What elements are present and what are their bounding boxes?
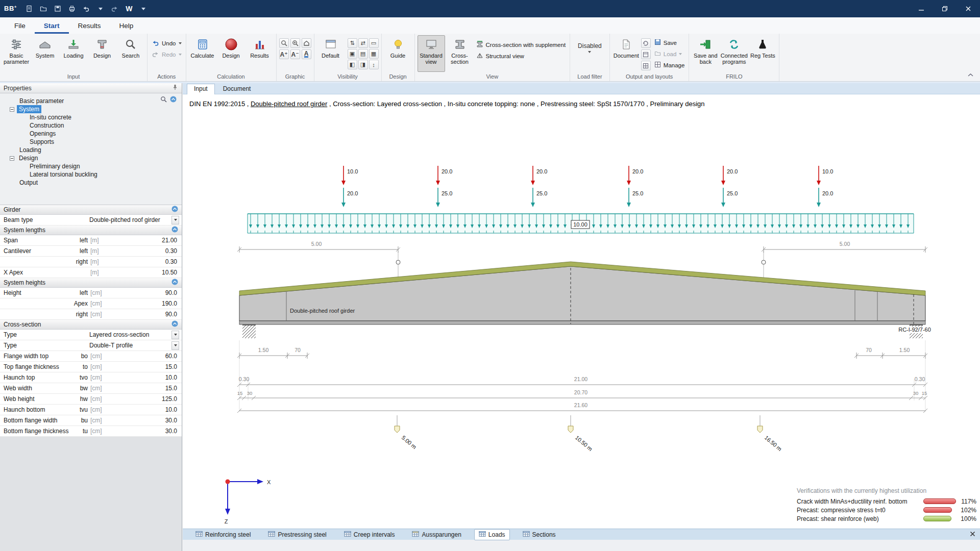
font-decrease-button[interactable]: A⁻: [290, 49, 300, 59]
value-field[interactable]: 0.30: [112, 247, 179, 255]
results-button[interactable]: Results: [246, 35, 274, 72]
load-filter-dropdown[interactable]: Disabled: [573, 35, 607, 53]
zoom-button[interactable]: [279, 38, 289, 48]
visibility-toggle-icon[interactable]: ▦: [369, 49, 379, 59]
reg-tests-button[interactable]: Reg Tests: [749, 35, 776, 72]
value-field[interactable]: 125.0: [112, 395, 179, 403]
value-field[interactable]: 60.0: [112, 353, 179, 360]
tree-item-in-situ-concrete[interactable]: In-situ concrete: [4, 113, 182, 121]
value-field[interactable]: 30.0: [112, 428, 179, 435]
dropdown-icon[interactable]: [172, 341, 179, 350]
tree-item-output[interactable]: Output: [4, 179, 182, 187]
system-button[interactable]: System: [31, 35, 59, 72]
tree-expander-icon[interactable]: [10, 156, 14, 161]
value-field[interactable]: 15.0: [112, 363, 179, 370]
tree-item-loading[interactable]: Loading: [4, 146, 182, 154]
document-button[interactable]: Document: [612, 35, 640, 72]
zoom-window-button[interactable]: [290, 38, 300, 48]
save-file-icon[interactable]: [51, 2, 64, 15]
word-export-icon[interactable]: W: [122, 2, 136, 15]
font-color-button[interactable]: A: [302, 49, 311, 59]
pin-icon[interactable]: [172, 84, 178, 92]
undo-dropdown-icon[interactable]: [179, 42, 182, 44]
basic-parameter-button[interactable]: Basic parameter: [3, 35, 30, 72]
value-field[interactable]: 10.0: [112, 374, 179, 381]
close-button[interactable]: [957, 0, 980, 17]
menu-tab-start[interactable]: Start: [35, 17, 69, 34]
value-field[interactable]: 10.0: [112, 406, 179, 413]
zoom-fit-home-button[interactable]: [302, 38, 311, 48]
beam-type-select[interactable]: Double-pitched roof girder: [89, 216, 172, 223]
guide-button[interactable]: Guide: [384, 35, 412, 72]
load-layout-button[interactable]: Load: [653, 49, 684, 59]
tree-item-basic-parameter[interactable]: Basic parameter: [4, 97, 182, 105]
save-and-back-button[interactable]: Save and back: [692, 35, 719, 72]
standard-view-button[interactable]: Standard view: [418, 35, 445, 72]
print-icon[interactable]: [65, 2, 79, 15]
tab-prestressing-steel[interactable]: Prestressing steel: [263, 529, 331, 540]
collapse-section-icon[interactable]: [172, 206, 178, 214]
value-field[interactable]: 21.00: [112, 237, 179, 244]
dropdown-icon[interactable]: [172, 331, 179, 339]
open-file-icon[interactable]: [37, 2, 50, 15]
collapse-section-icon[interactable]: [172, 226, 178, 234]
tree-item-lateral-torsional-buckling[interactable]: Lateral torsional buckling: [4, 170, 182, 179]
undo-button[interactable]: Undo: [150, 38, 183, 48]
tab-loads[interactable]: Loads: [474, 529, 510, 540]
value-field[interactable]: 15.0: [112, 385, 179, 392]
girder-shape[interactable]: Double-pitched roof girder: [239, 262, 925, 324]
toolbar-options-icon[interactable]: [137, 2, 150, 15]
quick-redo-icon[interactable]: [108, 2, 121, 15]
visibility-toggle-icon[interactable]: ⇄: [358, 38, 368, 48]
tab-reinforcing-steel[interactable]: Reinforcing steel: [191, 529, 255, 540]
value-field[interactable]: 90.0: [112, 289, 179, 296]
section-header-girder[interactable]: Girder: [0, 205, 182, 215]
visibility-toggle-icon[interactable]: ↕: [369, 60, 379, 69]
cross-section-supplement-button[interactable]: Cross-section with supplement: [475, 40, 568, 49]
ribbon-collapse-button[interactable]: [966, 71, 975, 79]
design-input-button[interactable]: Design: [88, 35, 116, 72]
tree-item-system[interactable]: System: [4, 105, 182, 113]
layout-grid-icon[interactable]: [641, 61, 651, 70]
tree-collapse-icon[interactable]: [170, 96, 177, 104]
value-field[interactable]: 10.50: [112, 269, 179, 276]
calculate-button[interactable]: Calculate: [189, 35, 216, 72]
section-header-system-heights[interactable]: System heights: [0, 278, 182, 288]
tab-creep-intervals[interactable]: Creep intervals: [339, 529, 400, 540]
value-field[interactable]: 190.0: [112, 300, 179, 307]
visibility-toggle-icon[interactable]: ▤: [358, 49, 368, 59]
collapse-section-icon[interactable]: [172, 320, 178, 329]
restore-button[interactable]: [933, 0, 957, 17]
tab-document[interactable]: Document: [216, 84, 258, 94]
profile-type-select[interactable]: Double-T profile: [89, 342, 172, 349]
manage-layouts-button[interactable]: Manage: [653, 60, 687, 70]
value-field[interactable]: 0.30: [112, 258, 179, 265]
connected-programs-button[interactable]: Connected programs: [720, 35, 748, 72]
section-flags[interactable]: 5.00 m 10.50 m 16.50 m: [395, 415, 783, 452]
tree-item-supports[interactable]: Supports: [4, 138, 182, 146]
visibility-toggle-icon[interactable]: ▭: [369, 38, 379, 48]
visibility-toggle-icon[interactable]: ◨: [358, 60, 368, 69]
dropdown-icon[interactable]: [172, 216, 179, 224]
tab-sections[interactable]: Sections: [518, 529, 560, 540]
default-visibility-button[interactable]: Default: [317, 35, 345, 72]
visibility-toggle-icon[interactable]: ◧: [348, 60, 357, 69]
tree-item-preliminary-design[interactable]: Preliminary design: [4, 162, 182, 170]
visibility-toggle-icon[interactable]: ⇅: [348, 38, 357, 48]
tree-item-design[interactable]: Design: [4, 154, 182, 162]
search-button[interactable]: Search: [117, 35, 144, 72]
minimize-button[interactable]: [910, 0, 933, 17]
section-header-cross-section[interactable]: Cross-section: [0, 320, 182, 330]
layout-list-icon[interactable]: [641, 49, 651, 59]
value-field[interactable]: 30.0: [112, 417, 179, 424]
tree-search-icon[interactable]: [160, 96, 167, 104]
refresh-layout-icon[interactable]: [641, 38, 651, 48]
loading-button[interactable]: Loading: [60, 35, 87, 72]
close-panel-icon[interactable]: [970, 531, 975, 538]
new-document-icon[interactable]: [22, 2, 36, 15]
menu-tab-help[interactable]: Help: [110, 17, 143, 34]
save-layout-button[interactable]: Save: [653, 38, 678, 47]
tree-item-openings[interactable]: Openings: [4, 130, 182, 138]
collapse-section-icon[interactable]: [172, 279, 178, 287]
tree-expander-icon[interactable]: [10, 107, 14, 112]
